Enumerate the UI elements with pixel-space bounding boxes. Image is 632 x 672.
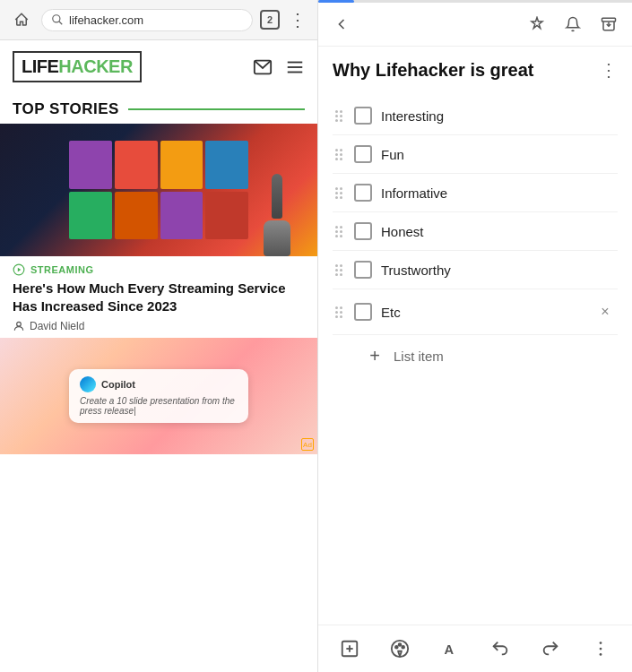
add-item-label: List item	[394, 349, 444, 364]
more-vert-icon	[591, 639, 610, 659]
text-format-button[interactable]: A	[434, 633, 466, 665]
item-label: Honest	[381, 224, 618, 239]
logo-life: LIFE	[22, 56, 58, 77]
note-more-button[interactable]: ⋮	[600, 59, 618, 81]
site-header: LIFE HACKER	[0, 40, 317, 93]
svg-point-16	[399, 643, 402, 646]
note-bottom-bar: A	[318, 625, 632, 672]
text-format-icon: A	[440, 639, 460, 659]
back-arrow-icon	[333, 15, 351, 33]
ad-badge: Ad	[301, 438, 314, 451]
item-label: Informative	[381, 185, 618, 201]
svg-point-20	[600, 648, 602, 650]
svg-rect-9	[602, 18, 616, 22]
browser-chrome: lifehacker.com 2 ⋮	[0, 0, 317, 40]
copilot-label: Copilot	[101, 379, 135, 390]
article-category-text: STREAMING	[30, 264, 94, 275]
note-title: Why Lifehacker is great	[333, 60, 534, 81]
drag-handle[interactable]	[333, 185, 345, 201]
checkbox[interactable]	[354, 222, 372, 240]
svg-point-17	[402, 646, 404, 649]
list-item: ×	[333, 289, 618, 335]
svg-point-8	[17, 322, 22, 326]
undo-button[interactable]	[484, 633, 516, 665]
svg-point-15	[395, 646, 398, 649]
article-image	[0, 124, 317, 256]
item-label: Fun	[381, 147, 618, 162]
item-text-input[interactable]	[381, 305, 584, 320]
mail-icon-button[interactable]	[253, 57, 273, 77]
tab-count-badge[interactable]: 2	[260, 10, 280, 30]
redo-icon	[541, 639, 560, 659]
address-bar[interactable]: lifehacker.com	[41, 9, 253, 31]
checklist: Interesting Fun Info	[333, 97, 618, 366]
note-content: Why Lifehacker is great ⋮ Interesting	[318, 47, 632, 625]
drag-handle[interactable]	[333, 108, 345, 124]
reminder-button[interactable]	[558, 10, 587, 39]
pin-icon	[529, 16, 545, 32]
checkbox[interactable]	[354, 184, 372, 202]
article-author: David Nield	[13, 320, 305, 332]
menu-icon-button[interactable]	[285, 57, 305, 77]
copilot-prompt: Create a 10 slide presentation from the …	[80, 396, 238, 416]
more-options-button[interactable]	[584, 633, 617, 665]
section-divider	[128, 108, 305, 110]
palette-icon	[390, 639, 410, 659]
checkbox[interactable]	[354, 303, 372, 321]
checkbox[interactable]	[354, 261, 372, 279]
pin-button[interactable]	[523, 10, 551, 39]
svg-point-19	[600, 642, 602, 644]
home-button[interactable]	[9, 7, 34, 32]
palette-button[interactable]	[384, 633, 416, 665]
author-name: David Nield	[30, 320, 84, 332]
redo-button[interactable]	[534, 633, 567, 665]
svg-text:A: A	[445, 642, 455, 657]
list-item: Informative	[333, 174, 618, 212]
undo-icon	[490, 639, 510, 659]
search-icon	[51, 13, 64, 26]
archive-button[interactable]	[594, 10, 623, 39]
logo-hacker: HACKER	[58, 56, 133, 77]
article-headline[interactable]: Here's How Much Every Streaming Service …	[13, 280, 305, 314]
note-top-bar	[318, 3, 632, 47]
list-item: Fun	[333, 135, 618, 174]
bell-icon	[565, 16, 581, 32]
list-item: Honest	[333, 212, 618, 251]
browser-panel: lifehacker.com 2 ⋮ LIFE HACKER	[0, 0, 318, 672]
drag-handle[interactable]	[333, 263, 345, 278]
svg-point-21	[600, 653, 602, 656]
drag-handle[interactable]	[333, 305, 345, 320]
site-header-icons	[253, 57, 305, 77]
svg-point-0	[53, 15, 60, 22]
person-icon	[13, 320, 25, 332]
item-label: Interesting	[381, 108, 618, 124]
progress-bar-fill	[318, 0, 354, 3]
section-header: TOP STORIES	[0, 93, 317, 124]
add-item-button[interactable]: +	[365, 346, 385, 366]
list-item: Trustworthy	[333, 251, 618, 289]
back-button[interactable]	[327, 10, 356, 39]
drag-handle[interactable]	[333, 147, 345, 162]
site-logo: LIFE HACKER	[13, 51, 142, 82]
copilot-header: Copilot	[80, 376, 238, 392]
svg-line-1	[59, 22, 63, 25]
copilot-logo	[80, 376, 96, 392]
hamburger-icon	[285, 57, 305, 77]
checkbox[interactable]	[354, 107, 372, 125]
progress-bar	[318, 0, 632, 3]
checkbox[interactable]	[354, 145, 372, 163]
second-article-thumbnail: Copilot Create a 10 slide presentation f…	[0, 338, 317, 454]
browser-more-button[interactable]: ⋮	[287, 9, 308, 30]
play-icon	[13, 263, 25, 276]
notes-panel: Why Lifehacker is great ⋮ Interesting	[318, 0, 632, 672]
item-label: Trustworthy	[381, 263, 618, 278]
svg-marker-7	[18, 268, 21, 272]
article-info: STREAMING Here's How Much Every Streamin…	[0, 256, 317, 338]
clear-item-button[interactable]: ×	[593, 299, 618, 324]
add-item-row: + List item	[333, 335, 618, 366]
note-title-row: Why Lifehacker is great ⋮	[333, 59, 618, 81]
download-icon	[601, 16, 617, 32]
url-text: lifehacker.com	[69, 13, 143, 27]
drag-handle[interactable]	[333, 224, 345, 239]
add-widget-button[interactable]	[333, 633, 366, 665]
